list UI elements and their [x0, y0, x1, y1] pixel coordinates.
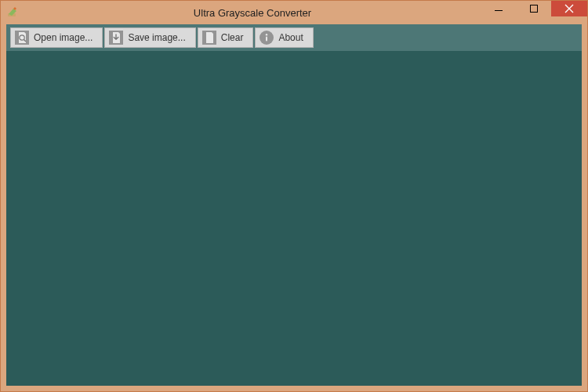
- minimize-icon: [495, 10, 503, 11]
- save-image-button[interactable]: Save image...: [105, 28, 194, 47]
- svg-point-4: [266, 34, 267, 35]
- blank-file-icon: [202, 31, 216, 45]
- open-label: Open image...: [34, 32, 93, 43]
- client-area: Open image... Save image... Clear: [6, 24, 582, 386]
- maximize-button[interactable]: [516, 1, 551, 16]
- app-icon: [1, 1, 24, 24]
- minimize-button[interactable]: [481, 1, 516, 16]
- info-icon: [260, 31, 274, 45]
- clear-button[interactable]: Clear: [198, 28, 253, 47]
- close-button[interactable]: [551, 1, 587, 16]
- window-title: Ultra Grayscale Converter: [194, 7, 311, 19]
- titlebar[interactable]: Ultra Grayscale Converter: [1, 1, 587, 24]
- maximize-icon: [530, 5, 538, 13]
- clear-label: Clear: [221, 32, 244, 43]
- svg-rect-5: [266, 37, 267, 42]
- about-button[interactable]: About: [256, 28, 312, 47]
- close-icon: [564, 4, 574, 13]
- image-canvas: [6, 52, 582, 386]
- window-controls: [481, 1, 587, 18]
- open-file-icon: [15, 31, 29, 45]
- about-label: About: [278, 32, 303, 43]
- open-image-button[interactable]: Open image...: [11, 28, 102, 47]
- app-window: Ultra Grayscale Converter: [0, 0, 588, 392]
- toolbar: Open image... Save image... Clear: [6, 24, 582, 52]
- save-file-icon: [109, 31, 123, 45]
- save-label: Save image...: [128, 32, 185, 43]
